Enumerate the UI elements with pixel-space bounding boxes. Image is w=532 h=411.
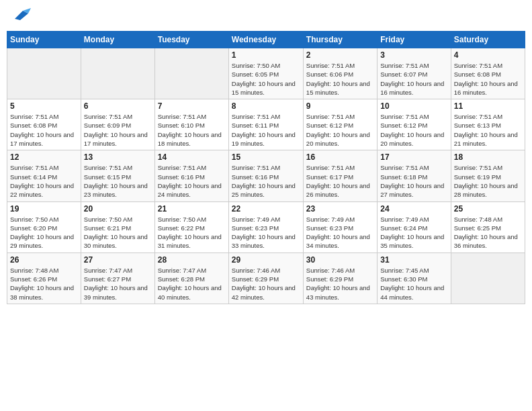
day-info: Sunrise: 7:47 AM Sunset: 6:28 PM Dayligh… (158, 266, 226, 302)
day-info: Sunrise: 7:51 AM Sunset: 6:08 PM Dayligh… (10, 112, 78, 148)
day-info: Sunrise: 7:49 AM Sunset: 6:23 PM Dayligh… (306, 215, 374, 250)
day-info: Sunrise: 7:50 AM Sunset: 6:05 PM Dayligh… (232, 61, 300, 97)
calendar-cell: 17Sunrise: 7:51 AM Sunset: 6:18 PM Dayli… (378, 150, 451, 201)
day-number: 28 (158, 255, 226, 265)
day-info: Sunrise: 7:48 AM Sunset: 6:25 PM Dayligh… (454, 215, 522, 250)
calendar-cell: 22Sunrise: 7:49 AM Sunset: 6:23 PM Dayli… (228, 201, 303, 253)
calendar-header-row: SundayMondayTuesdayWednesdayThursdayFrid… (7, 32, 525, 48)
day-info: Sunrise: 7:51 AM Sunset: 6:07 PM Dayligh… (380, 61, 447, 97)
day-number: 24 (380, 204, 447, 214)
page-header (7, 7, 525, 26)
day-number: 6 (84, 101, 152, 111)
calendar-cell: 15Sunrise: 7:51 AM Sunset: 6:16 PM Dayli… (228, 150, 303, 201)
day-info: Sunrise: 7:51 AM Sunset: 6:10 PM Dayligh… (158, 112, 226, 148)
day-info: Sunrise: 7:51 AM Sunset: 6:18 PM Dayligh… (380, 163, 447, 199)
calendar-cell: 5Sunrise: 7:51 AM Sunset: 6:08 PM Daylig… (7, 99, 81, 150)
day-info: Sunrise: 7:51 AM Sunset: 6:16 PM Dayligh… (232, 163, 300, 199)
day-number: 7 (158, 101, 226, 111)
day-header-friday: Friday (378, 32, 451, 48)
calendar-cell: 27Sunrise: 7:47 AM Sunset: 6:27 PM Dayli… (81, 253, 154, 304)
day-number: 31 (380, 255, 447, 265)
calendar-table: SundayMondayTuesdayWednesdayThursdayFrid… (7, 31, 525, 304)
day-info: Sunrise: 7:50 AM Sunset: 6:20 PM Dayligh… (10, 215, 78, 250)
day-info: Sunrise: 7:51 AM Sunset: 6:13 PM Dayligh… (454, 112, 522, 148)
day-info: Sunrise: 7:49 AM Sunset: 6:24 PM Dayligh… (380, 215, 447, 250)
day-number: 21 (158, 204, 226, 214)
day-info: Sunrise: 7:51 AM Sunset: 6:15 PM Dayligh… (84, 163, 152, 199)
calendar-cell: 24Sunrise: 7:49 AM Sunset: 6:24 PM Dayli… (378, 201, 451, 253)
day-number: 30 (306, 255, 374, 265)
day-number: 2 (306, 50, 374, 60)
day-number: 8 (232, 101, 300, 111)
calendar-cell (81, 48, 154, 99)
calendar-cell: 19Sunrise: 7:50 AM Sunset: 6:20 PM Dayli… (7, 201, 81, 253)
day-number: 13 (84, 152, 152, 162)
day-number: 12 (10, 152, 78, 162)
day-number: 22 (232, 204, 300, 214)
day-info: Sunrise: 7:51 AM Sunset: 6:12 PM Dayligh… (306, 112, 374, 148)
day-header-wednesday: Wednesday (228, 32, 303, 48)
logo-icon (9, 7, 31, 26)
day-info: Sunrise: 7:51 AM Sunset: 6:09 PM Dayligh… (84, 112, 152, 148)
calendar-cell: 11Sunrise: 7:51 AM Sunset: 6:13 PM Dayli… (451, 99, 525, 150)
day-number: 29 (232, 255, 300, 265)
calendar-cell (154, 48, 228, 99)
calendar-cell: 25Sunrise: 7:48 AM Sunset: 6:25 PM Dayli… (451, 201, 525, 253)
calendar-cell: 16Sunrise: 7:51 AM Sunset: 6:17 PM Dayli… (303, 150, 377, 201)
calendar-cell (451, 253, 525, 304)
calendar-cell: 21Sunrise: 7:50 AM Sunset: 6:22 PM Dayli… (154, 201, 228, 253)
calendar-week-row: 26Sunrise: 7:48 AM Sunset: 6:26 PM Dayli… (7, 253, 525, 304)
day-info: Sunrise: 7:51 AM Sunset: 6:11 PM Dayligh… (232, 112, 300, 148)
day-number: 3 (380, 50, 447, 60)
day-number: 14 (158, 152, 226, 162)
calendar-week-row: 19Sunrise: 7:50 AM Sunset: 6:20 PM Dayli… (7, 201, 525, 253)
day-number: 17 (380, 152, 447, 162)
day-info: Sunrise: 7:47 AM Sunset: 6:27 PM Dayligh… (84, 266, 152, 302)
calendar-cell: 14Sunrise: 7:51 AM Sunset: 6:16 PM Dayli… (154, 150, 228, 201)
day-number: 15 (232, 152, 300, 162)
day-info: Sunrise: 7:50 AM Sunset: 6:22 PM Dayligh… (158, 215, 226, 250)
calendar-week-row: 1Sunrise: 7:50 AM Sunset: 6:05 PM Daylig… (7, 48, 525, 99)
calendar-week-row: 5Sunrise: 7:51 AM Sunset: 6:08 PM Daylig… (7, 99, 525, 150)
day-header-sunday: Sunday (7, 32, 81, 48)
day-number: 25 (454, 204, 522, 214)
day-info: Sunrise: 7:49 AM Sunset: 6:23 PM Dayligh… (232, 215, 300, 250)
day-info: Sunrise: 7:51 AM Sunset: 6:12 PM Dayligh… (380, 112, 447, 148)
calendar-cell: 20Sunrise: 7:50 AM Sunset: 6:21 PM Dayli… (81, 201, 154, 253)
calendar-cell: 29Sunrise: 7:46 AM Sunset: 6:29 PM Dayli… (228, 253, 303, 304)
calendar-cell: 4Sunrise: 7:51 AM Sunset: 6:08 PM Daylig… (451, 48, 525, 99)
day-info: Sunrise: 7:51 AM Sunset: 6:17 PM Dayligh… (306, 163, 374, 199)
day-number: 26 (10, 255, 78, 265)
day-number: 16 (306, 152, 374, 162)
day-number: 4 (454, 50, 522, 60)
day-number: 9 (306, 101, 374, 111)
calendar-cell: 6Sunrise: 7:51 AM Sunset: 6:09 PM Daylig… (81, 99, 154, 150)
day-info: Sunrise: 7:50 AM Sunset: 6:21 PM Dayligh… (84, 215, 152, 250)
day-number: 20 (84, 204, 152, 214)
day-header-saturday: Saturday (451, 32, 525, 48)
calendar-cell: 8Sunrise: 7:51 AM Sunset: 6:11 PM Daylig… (228, 99, 303, 150)
day-info: Sunrise: 7:46 AM Sunset: 6:29 PM Dayligh… (306, 266, 374, 302)
calendar-cell: 18Sunrise: 7:51 AM Sunset: 6:19 PM Dayli… (451, 150, 525, 201)
calendar-cell: 10Sunrise: 7:51 AM Sunset: 6:12 PM Dayli… (378, 99, 451, 150)
calendar-cell: 23Sunrise: 7:49 AM Sunset: 6:23 PM Dayli… (303, 201, 377, 253)
day-number: 18 (454, 152, 522, 162)
day-number: 10 (380, 101, 447, 111)
calendar-cell: 26Sunrise: 7:48 AM Sunset: 6:26 PM Dayli… (7, 253, 81, 304)
day-number: 11 (454, 101, 522, 111)
calendar-cell: 1Sunrise: 7:50 AM Sunset: 6:05 PM Daylig… (228, 48, 303, 99)
day-info: Sunrise: 7:45 AM Sunset: 6:30 PM Dayligh… (380, 266, 447, 302)
day-header-tuesday: Tuesday (154, 32, 228, 48)
day-info: Sunrise: 7:51 AM Sunset: 6:14 PM Dayligh… (10, 163, 78, 199)
day-info: Sunrise: 7:46 AM Sunset: 6:29 PM Dayligh… (232, 266, 300, 302)
day-number: 5 (10, 101, 78, 111)
calendar-week-row: 12Sunrise: 7:51 AM Sunset: 6:14 PM Dayli… (7, 150, 525, 201)
calendar-cell: 30Sunrise: 7:46 AM Sunset: 6:29 PM Dayli… (303, 253, 377, 304)
day-info: Sunrise: 7:51 AM Sunset: 6:08 PM Dayligh… (454, 61, 522, 97)
day-number: 27 (84, 255, 152, 265)
calendar-cell: 13Sunrise: 7:51 AM Sunset: 6:15 PM Dayli… (81, 150, 154, 201)
day-number: 19 (10, 204, 78, 214)
day-header-monday: Monday (81, 32, 154, 48)
day-number: 23 (306, 204, 374, 214)
day-number: 1 (232, 50, 300, 60)
